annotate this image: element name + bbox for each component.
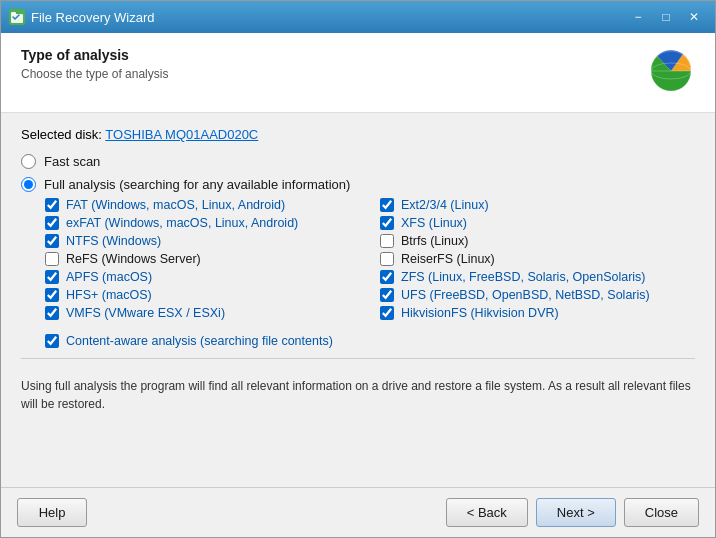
fs-checkbox-row[interactable]: Btrfs (Linux) <box>380 234 695 248</box>
maximize-button[interactable]: □ <box>653 7 679 27</box>
header-logo <box>647 47 695 98</box>
fs-hfs-checkbox[interactable] <box>45 288 59 302</box>
page-subtitle: Choose the type of analysis <box>21 67 168 81</box>
info-text: Using full analysis the program will fin… <box>21 369 695 413</box>
fs-refs-label[interactable]: ReFS (Windows Server) <box>66 252 201 266</box>
content-aware-label[interactable]: Content-aware analysis (searching file c… <box>66 334 333 348</box>
header-section: Type of analysis Choose the type of anal… <box>1 33 715 113</box>
fs-xfs-checkbox[interactable] <box>380 216 394 230</box>
fs-checkbox-row[interactable]: exFAT (Windows, macOS, Linux, Android) <box>45 216 360 230</box>
svg-rect-0 <box>11 14 23 23</box>
fs-checkbox-row[interactable]: XFS (Linux) <box>380 216 695 230</box>
fs-ufs-label[interactable]: UFS (FreeBSD, OpenBSD, NetBSD, Solaris) <box>401 288 650 302</box>
fs-ufs-checkbox[interactable] <box>380 288 394 302</box>
logo-icon <box>647 47 695 95</box>
selected-disk-label: Selected disk: <box>21 127 102 142</box>
window-title: File Recovery Wizard <box>31 10 625 25</box>
full-analysis-group: Full analysis (searching for any availab… <box>21 177 695 348</box>
full-analysis-radio-label[interactable]: Full analysis (searching for any availab… <box>21 177 695 192</box>
back-button[interactable]: < Back <box>446 498 528 527</box>
full-analysis-label: Full analysis (searching for any availab… <box>44 177 350 192</box>
fs-btrfs-checkbox[interactable] <box>380 234 394 248</box>
fs-checkbox-row[interactable]: NTFS (Windows) <box>45 234 360 248</box>
window-close-button[interactable]: ✕ <box>681 7 707 27</box>
fs-hfs-label[interactable]: HFS+ (macOS) <box>66 288 152 302</box>
fast-scan-label: Fast scan <box>44 154 100 169</box>
content-aware-checkbox[interactable] <box>45 334 59 348</box>
full-analysis-options: FAT (Windows, macOS, Linux, Android)exFA… <box>45 198 695 348</box>
fs-left-column: FAT (Windows, macOS, Linux, Android)exFA… <box>45 198 360 324</box>
minimize-button[interactable]: − <box>625 7 651 27</box>
fs-fat-label[interactable]: FAT (Windows, macOS, Linux, Android) <box>66 198 285 212</box>
content-aware-row[interactable]: Content-aware analysis (searching file c… <box>45 334 695 348</box>
fs-checkbox-row[interactable]: ReFS (Windows Server) <box>45 252 360 266</box>
footer-left: Help <box>17 498 87 527</box>
content-area: Type of analysis Choose the type of anal… <box>1 33 715 537</box>
fs-xfs-label[interactable]: XFS (Linux) <box>401 216 467 230</box>
fs-hikvision-checkbox[interactable] <box>380 306 394 320</box>
full-analysis-radio[interactable] <box>21 177 36 192</box>
fs-zfs-label[interactable]: ZFS (Linux, FreeBSD, Solaris, OpenSolari… <box>401 270 646 284</box>
fs-right-column: Ext2/3/4 (Linux)XFS (Linux)Btrfs (Linux)… <box>380 198 695 324</box>
fs-btrfs-label[interactable]: Btrfs (Linux) <box>401 234 468 248</box>
fs-apfs-label[interactable]: APFS (macOS) <box>66 270 152 284</box>
fs-exfat-checkbox[interactable] <box>45 216 59 230</box>
fs-ntfs-checkbox[interactable] <box>45 234 59 248</box>
fs-checkbox-row[interactable]: ReiserFS (Linux) <box>380 252 695 266</box>
header-text: Type of analysis Choose the type of anal… <box>21 47 168 81</box>
fs-checkbox-row[interactable]: FAT (Windows, macOS, Linux, Android) <box>45 198 360 212</box>
separator <box>21 358 695 359</box>
svg-rect-1 <box>11 12 16 15</box>
fs-checkbox-row[interactable]: UFS (FreeBSD, OpenBSD, NetBSD, Solaris) <box>380 288 695 302</box>
selected-disk-row: Selected disk: TOSHIBA MQ01AAD020C <box>21 127 695 142</box>
close-button[interactable]: Close <box>624 498 699 527</box>
fs-checkbox-row[interactable]: VMFS (VMware ESX / ESXi) <box>45 306 360 320</box>
next-button[interactable]: Next > <box>536 498 616 527</box>
fs-reiser-checkbox[interactable] <box>380 252 394 266</box>
footer: Help < Back Next > Close <box>1 487 715 537</box>
main-section: Selected disk: TOSHIBA MQ01AAD020C Fast … <box>1 113 715 487</box>
fs-ntfs-label[interactable]: NTFS (Windows) <box>66 234 161 248</box>
fs-checkbox-row[interactable]: APFS (macOS) <box>45 270 360 284</box>
footer-right: < Back Next > Close <box>446 498 699 527</box>
fs-refs-checkbox[interactable] <box>45 252 59 266</box>
fast-scan-group: Fast scan <box>21 154 695 169</box>
fs-vmfs-checkbox[interactable] <box>45 306 59 320</box>
fs-checkbox-row[interactable]: ZFS (Linux, FreeBSD, Solaris, OpenSolari… <box>380 270 695 284</box>
disk-link[interactable]: TOSHIBA MQ01AAD020C <box>105 127 258 142</box>
main-window: File Recovery Wizard − □ ✕ Type of analy… <box>0 0 716 538</box>
fast-scan-radio[interactable] <box>21 154 36 169</box>
help-button[interactable]: Help <box>17 498 87 527</box>
fs-exfat-label[interactable]: exFAT (Windows, macOS, Linux, Android) <box>66 216 298 230</box>
fs-fat-checkbox[interactable] <box>45 198 59 212</box>
window-controls: − □ ✕ <box>625 7 707 27</box>
fs-ext-checkbox[interactable] <box>380 198 394 212</box>
app-icon <box>9 9 25 25</box>
fs-reiser-label[interactable]: ReiserFS (Linux) <box>401 252 495 266</box>
fs-hikvision-label[interactable]: HikvisionFS (Hikvision DVR) <box>401 306 559 320</box>
fs-apfs-checkbox[interactable] <box>45 270 59 284</box>
fs-vmfs-label[interactable]: VMFS (VMware ESX / ESXi) <box>66 306 225 320</box>
fs-columns: FAT (Windows, macOS, Linux, Android)exFA… <box>45 198 695 324</box>
fs-checkbox-row[interactable]: HFS+ (macOS) <box>45 288 360 302</box>
fast-scan-radio-label[interactable]: Fast scan <box>21 154 695 169</box>
fs-checkbox-row[interactable]: HikvisionFS (Hikvision DVR) <box>380 306 695 320</box>
fs-checkbox-row[interactable]: Ext2/3/4 (Linux) <box>380 198 695 212</box>
page-title: Type of analysis <box>21 47 168 63</box>
fs-zfs-checkbox[interactable] <box>380 270 394 284</box>
fs-ext-label[interactable]: Ext2/3/4 (Linux) <box>401 198 489 212</box>
title-bar: File Recovery Wizard − □ ✕ <box>1 1 715 33</box>
